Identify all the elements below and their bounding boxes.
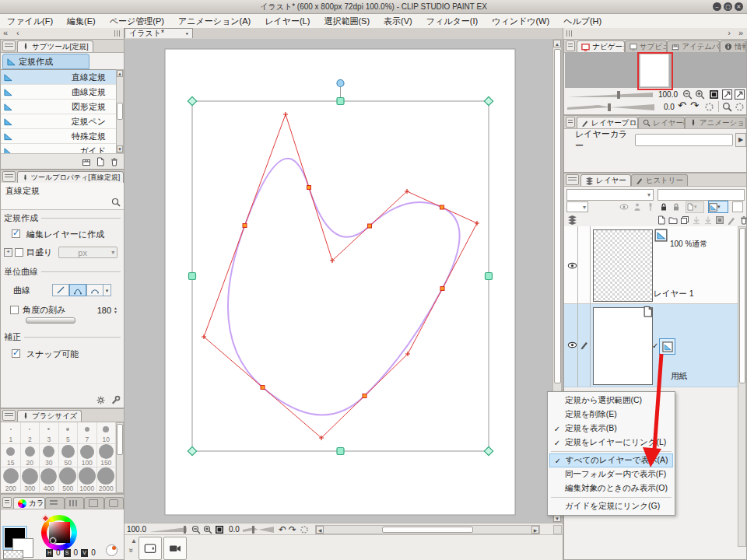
timelapse-button[interactable] (163, 537, 187, 560)
brush-size-300[interactable]: 300 (21, 467, 40, 493)
canvas-viewport[interactable] (124, 39, 563, 523)
brush-size-50[interactable]: 50 (59, 444, 79, 467)
document-tab[interactable]: イラスト* ● (124, 28, 193, 38)
subtool-scrollbar[interactable]: ▲ ▼ (116, 69, 124, 153)
menu-filter[interactable]: フィルター(I) (419, 14, 485, 28)
new-layer-icon[interactable] (657, 215, 666, 225)
scroll-up-icon[interactable]: ▲ (117, 72, 122, 76)
canvas-horizontal-scrollbar[interactable]: ◀ ▶ (315, 525, 540, 534)
brush-size-2[interactable]: 2 (21, 422, 40, 444)
tab-item-bank[interactable]: アイテムバンク (667, 40, 720, 52)
eye-icon[interactable] (567, 340, 577, 350)
menu-window[interactable]: ウィンドウ(W) (485, 14, 556, 28)
canvas-rotation-slider[interactable] (243, 525, 274, 534)
brush-size-400[interactable]: 400 (40, 467, 59, 493)
wrench-icon[interactable] (110, 395, 121, 405)
option-create-on-layer[interactable]: 編集レイヤーに作成 (12, 229, 121, 240)
trash-icon[interactable] (110, 157, 119, 166)
layer-row-paper[interactable]: ✓ 用紙 (564, 304, 738, 387)
subtool-item-ruler-pen[interactable]: 定規ペン (1, 114, 116, 129)
paper-thumbnail[interactable] (593, 307, 653, 385)
tab-tool-property[interactable]: ツールプロパティ[直線定規] (17, 171, 124, 183)
menu-item-show-in-all-layers[interactable]: ✓すべてのレイヤーで表示(A) (549, 453, 673, 467)
ruler-badge-icon[interactable] (654, 229, 668, 242)
subtool-item-line-ruler[interactable]: 直線定規 (1, 70, 116, 85)
tab-layer-property[interactable]: レイヤープロパティ (577, 117, 638, 128)
rotate-right-icon[interactable]: ↷ (690, 100, 699, 111)
transparent-color-swatch[interactable] (3, 550, 23, 559)
tab-layer-search[interactable]: レイヤー検索 (638, 117, 684, 128)
brush-size-200[interactable]: 200 (2, 467, 21, 493)
layer-mask-icon[interactable] (715, 215, 724, 225)
combine-layer-icon[interactable] (703, 215, 713, 225)
delete-layer-icon[interactable] (739, 215, 747, 225)
title-bar[interactable]: イラスト* (600 x 800px 72dpi 100.0%) - CLIP … (0, 0, 747, 14)
reset-display-icon[interactable] (735, 102, 745, 112)
angle-step-slider[interactable] (26, 317, 75, 324)
mask-toggle-select[interactable]: ▾ (686, 201, 704, 213)
option-snap[interactable]: スナップ可能 (12, 348, 121, 360)
tab-intermediate-color[interactable] (84, 497, 103, 509)
brush-size-500[interactable]: 500 (59, 467, 79, 493)
layer-color-toggle[interactable] (732, 201, 743, 212)
navigator-zoom-slider[interactable] (567, 91, 654, 99)
checkbox-create-on-layer[interactable] (12, 229, 20, 238)
checkbox-scale[interactable] (15, 248, 23, 257)
panel-menu-icon[interactable] (566, 174, 579, 185)
fit-to-screen-icon[interactable] (722, 89, 732, 100)
scroll-right-icon[interactable]: ▶ (534, 528, 538, 533)
transfer-down-icon[interactable] (692, 215, 701, 225)
scale-unit-select[interactable]: px ▾ (58, 247, 117, 258)
toolbox-icon[interactable] (82, 157, 91, 166)
angle-step-value[interactable]: 180 (97, 306, 111, 315)
collapse-icon[interactable]: ‹ (16, 28, 19, 37)
menu-item-show-ruler[interactable]: ✓定規を表示(B) (549, 422, 673, 436)
brush-size-100[interactable]: 100 (78, 444, 97, 467)
tab-animation-cel[interactable]: アニメーションセル (685, 117, 746, 128)
gear-icon[interactable] (96, 395, 106, 405)
dock-grip-icon[interactable] (114, 30, 121, 37)
menu-item-show-only-when-editing[interactable]: 編集対象のときのみ表示(O) (549, 481, 673, 495)
layer-color-input[interactable] (635, 134, 733, 146)
angle-step-spinner[interactable]: ▲ ▼ (114, 306, 117, 314)
panel-menu-icon[interactable] (2, 40, 16, 51)
panel-menu-icon[interactable] (2, 410, 16, 421)
brush-size-1000[interactable]: 1000 (78, 467, 97, 493)
rotate-right-icon[interactable]: ↷ (289, 524, 296, 535)
expand-icon[interactable]: › (728, 28, 731, 37)
subtool-item-figure-ruler[interactable]: 図形定規 (1, 100, 116, 114)
rotate-left-icon[interactable]: ↶ (279, 524, 286, 535)
navigator-rotation-slider[interactable] (567, 103, 654, 111)
opacity-slider-box[interactable] (658, 189, 745, 201)
new-folder-icon[interactable] (668, 215, 678, 225)
curve-spline-button[interactable] (69, 284, 86, 296)
sv-cursor[interactable] (50, 537, 56, 544)
brush-size-5[interactable]: 5 (59, 422, 79, 444)
lock-transparent-icon[interactable] (672, 202, 681, 212)
canvas-page[interactable] (165, 49, 515, 515)
brush-size-scrollbar[interactable] (116, 422, 124, 493)
subtool-group-tab[interactable]: 定規作成 (2, 54, 89, 69)
curve-bezier-button[interactable] (86, 284, 103, 296)
fit-to-window-icon[interactable] (215, 525, 224, 534)
fit-to-window-icon[interactable] (709, 89, 719, 100)
close-button[interactable]: ✕ (735, 2, 743, 11)
layer1-thumbnail[interactable] (593, 229, 653, 302)
tab-info[interactable]: 情報 (720, 40, 746, 52)
zoom-out-icon[interactable] (682, 89, 693, 100)
color-mixer-button[interactable] (106, 544, 117, 556)
menu-view[interactable]: 表示(V) (377, 14, 419, 28)
menu-animation[interactable]: アニメーション(A) (171, 14, 258, 28)
lock-person-icon[interactable] (633, 202, 642, 212)
layers-scrollbar[interactable] (738, 226, 746, 547)
blend-mode-select[interactable]: ▾ (566, 189, 654, 201)
duplicate-layer-icon[interactable] (680, 215, 689, 225)
tab-color-slider[interactable] (45, 497, 65, 509)
apply-mask-icon[interactable] (727, 215, 736, 225)
spin-down-icon[interactable]: ▼ (114, 310, 117, 314)
panel-menu-icon[interactable] (566, 117, 575, 128)
menu-page[interactable]: ページ管理(P) (103, 14, 171, 28)
tab-brush-size[interactable]: ブラシサイズ (17, 410, 82, 422)
menu-item-selection-from-ruler[interactable]: 定規から選択範囲(C) (549, 394, 673, 408)
tab-subview[interactable]: サブビュー (625, 40, 667, 52)
